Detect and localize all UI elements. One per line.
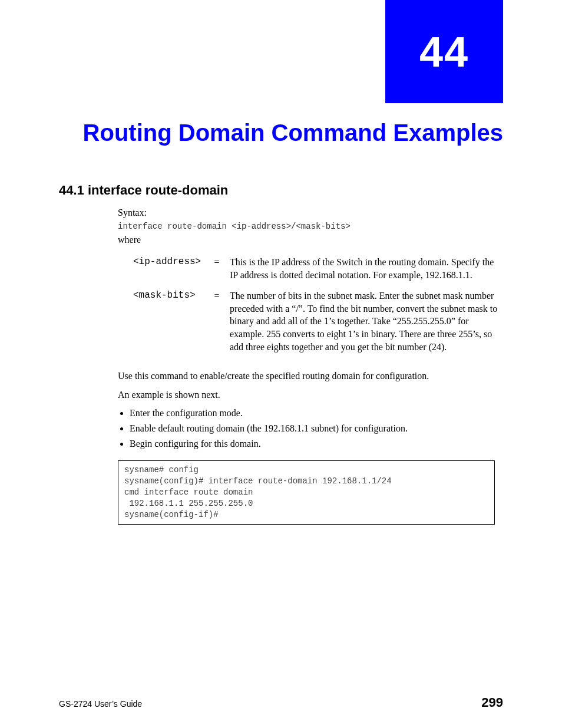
syntax-code: interface route-domain <ip-address>/<mas… <box>118 222 503 231</box>
param-description: The number of bits in the subnet mask. E… <box>226 287 507 359</box>
param-name: <mask-bits> <box>130 287 207 359</box>
page-footer: GS-2724 User’s Guide 299 <box>59 695 503 710</box>
step-list: Enter the configuration mode. Enable def… <box>130 407 503 450</box>
table-row: <ip-address> = This is the IP address of… <box>130 253 507 287</box>
body-paragraph: Use this command to enable/create the sp… <box>118 370 503 383</box>
table-row: <mask-bits> = The number of bits in the … <box>130 287 507 359</box>
list-item: Begin configuring for this domain. <box>130 437 503 450</box>
param-description: This is the IP address of the Switch in … <box>226 253 507 287</box>
chapter-title: Routing Domain Command Examples <box>59 118 503 147</box>
equals-sign: = <box>207 287 226 359</box>
list-item: Enable default routing domain (the 192.1… <box>130 422 503 435</box>
equals-sign: = <box>207 253 226 287</box>
body-paragraph: An example is shown next. <box>118 388 503 401</box>
example-code-block: sysname# config sysname(config)# interfa… <box>118 460 495 524</box>
param-name: <ip-address> <box>130 253 207 287</box>
parameter-table: <ip-address> = This is the IP address of… <box>130 253 507 359</box>
syntax-label: Syntax: <box>118 207 503 218</box>
chapter-number-badge: 44 <box>385 0 503 103</box>
chapter-number: 44 <box>419 28 469 76</box>
where-label: where <box>118 235 503 245</box>
footer-guide-name: GS-2724 User’s Guide <box>59 699 142 709</box>
list-item: Enter the configuration mode. <box>130 407 503 420</box>
section-heading: 44.1 interface route-domain <box>59 183 503 198</box>
footer-page-number: 299 <box>481 695 503 710</box>
